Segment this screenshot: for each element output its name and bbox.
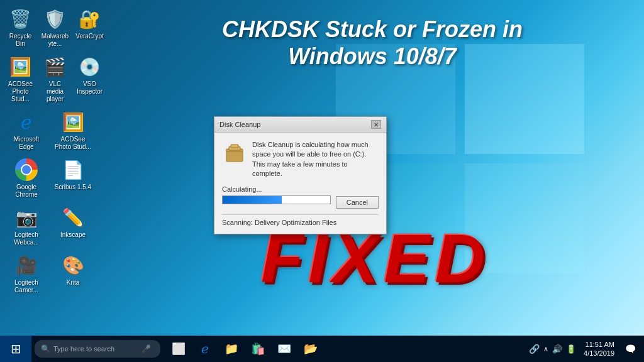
- main-title: CHKDSK Stuck or Frozen in Windows 10/8/7: [113, 16, 631, 70]
- clock-date: 4/13/2019: [584, 349, 614, 358]
- clock[interactable]: 11:51 AM 4/13/2019: [579, 340, 619, 358]
- scanning-text: Scanning: Delivery Optimization Files: [222, 214, 379, 226]
- desktop-icon-acdsee[interactable]: 🖼️ ACDSee Photo Stud...: [4, 52, 36, 105]
- start-button[interactable]: ⊞: [0, 336, 31, 362]
- taskbar-edge[interactable]: ℯ: [193, 337, 217, 361]
- dialog-body: Disk Cleanup is calculating how much spa…: [214, 133, 386, 234]
- scanning-label: Scanning:: [222, 219, 253, 226]
- scanning-file: Delivery Optimization Files: [255, 219, 336, 226]
- svg-rect-2: [231, 145, 238, 148]
- svg-rect-0: [226, 149, 243, 162]
- dialog-close-button[interactable]: ✕: [371, 120, 381, 129]
- desktop-icon-vlc[interactable]: 🎬 VLC media player: [39, 52, 71, 105]
- desktop-icon-krita[interactable]: 🎨 Krita: [51, 251, 95, 296]
- desktop-icon-inkscape[interactable]: ✏️ Inkscape: [51, 203, 95, 248]
- taskbar-task-view[interactable]: ⬜: [167, 337, 191, 361]
- battery-icon: 🔋: [566, 344, 576, 354]
- speaker-icon: 🔊: [552, 344, 562, 354]
- network-icon: 🔗: [529, 344, 540, 354]
- search-bar[interactable]: 🔍 🎤: [35, 340, 160, 358]
- icon-label-veracrypt: VeraCrypt: [75, 33, 103, 40]
- expand-tray-icon[interactable]: ∧: [543, 345, 548, 353]
- search-icon: 🔍: [41, 344, 50, 353]
- desktop-icons-area: 🗑️ Recycle Bin 🛡️ Malwarebyte... 🔐 VeraC…: [0, 0, 110, 336]
- icon-label-vlc: VLC media player: [41, 80, 69, 103]
- taskbar-right: 🔗 ∧ 🔊 🔋 11:51 AM 4/13/2019 🗨️: [529, 340, 644, 358]
- desktop-icon-chrome[interactable]: Google Chrome: [4, 155, 48, 200]
- clock-time: 11:51 AM: [586, 340, 614, 349]
- icon-label-logitech-cam: Logitech Camer...: [6, 279, 47, 294]
- desktop-icon-malwarebytes[interactable]: 🛡️ Malwarebyte...: [39, 4, 71, 50]
- dialog-message: Disk Cleanup is calculating how much spa…: [252, 140, 379, 179]
- desktop-icon-edge[interactable]: ℯ Microsoft Edge: [4, 107, 48, 153]
- progress-section: Calculating... Cancel Scanning: Delivery…: [222, 185, 379, 226]
- icon-label-acdsee2: ACDSee Photo Stud...: [53, 136, 93, 151]
- desktop-icon-vso[interactable]: 💿 VSO Inspector: [74, 52, 106, 105]
- icon-label-vso: VSO Inspector: [75, 80, 104, 96]
- desktop-icon-veracrypt[interactable]: 🔐 VeraCrypt: [74, 4, 106, 50]
- icon-label-logitech-webcam: Logitech Webca...: [6, 231, 47, 246]
- notification-icon[interactable]: 🗨️: [622, 344, 639, 354]
- icon-label-edge: Microsoft Edge: [6, 136, 47, 151]
- taskbar: ⊞ 🔍 🎤 ⬜ ℯ 📁 🛍️ ✉️ 📂 🔗 ∧ 🔊 🔋 11:51 AM 4/1…: [0, 336, 644, 362]
- disk-cleanup-dialog: Disk Cleanup ✕ Disk Cleanup is calculati…: [214, 116, 387, 234]
- progress-bar-container: [222, 195, 331, 204]
- taskbar-file-explorer[interactable]: 📁: [219, 337, 243, 361]
- windows-logo-icon: ⊞: [11, 341, 21, 356]
- icon-label-recycle-bin: Recycle Bin: [6, 33, 35, 48]
- desktop-icon-scribus[interactable]: 📄 Scribus 1.5.4: [51, 155, 95, 200]
- progress-bar-fill: [223, 196, 282, 204]
- icon-label-acdsee: ACDSee Photo Stud...: [6, 80, 35, 103]
- icon-label-krita: Krita: [67, 279, 80, 287]
- progress-label: Calculating...: [222, 185, 379, 193]
- taskbar-folder[interactable]: 📂: [299, 337, 323, 361]
- desktop: CHKDSK Stuck or Frozen in Windows 10/8/7…: [0, 0, 644, 336]
- progress-row: Cancel: [222, 195, 379, 209]
- desktop-icon-recycle-bin[interactable]: 🗑️ Recycle Bin: [4, 4, 36, 50]
- search-input[interactable]: [53, 345, 142, 353]
- cancel-button[interactable]: Cancel: [336, 196, 379, 209]
- taskbar-mail[interactable]: ✉️: [272, 337, 296, 361]
- icon-label-malwarebytes: Malwarebyte...: [41, 33, 69, 48]
- taskbar-store[interactable]: 🛍️: [246, 337, 270, 361]
- icon-label-scribus: Scribus 1.5.4: [55, 184, 91, 191]
- desktop-icon-logitech-webcam[interactable]: 📷 Logitech Webca...: [4, 203, 48, 248]
- dialog-content-row: Disk Cleanup is calculating how much spa…: [222, 140, 379, 179]
- dialog-title: Disk Cleanup: [219, 121, 260, 128]
- dialog-cleanup-icon: [222, 140, 247, 164]
- system-tray: 🔗 ∧ 🔊 🔋: [529, 344, 576, 354]
- dialog-titlebar: Disk Cleanup ✕: [214, 117, 386, 133]
- icon-label-inkscape: Inkscape: [60, 231, 86, 239]
- desktop-icon-acdsee2[interactable]: 🖼️ ACDSee Photo Stud...: [51, 107, 95, 153]
- icon-label-chrome: Google Chrome: [6, 184, 47, 199]
- desktop-icon-logitech-cam[interactable]: 🎥 Logitech Camer...: [4, 251, 48, 296]
- microphone-icon: 🎤: [142, 344, 151, 353]
- taskbar-middle: ⬜ ℯ 📁 🛍️ ✉️ 📂: [167, 337, 529, 361]
